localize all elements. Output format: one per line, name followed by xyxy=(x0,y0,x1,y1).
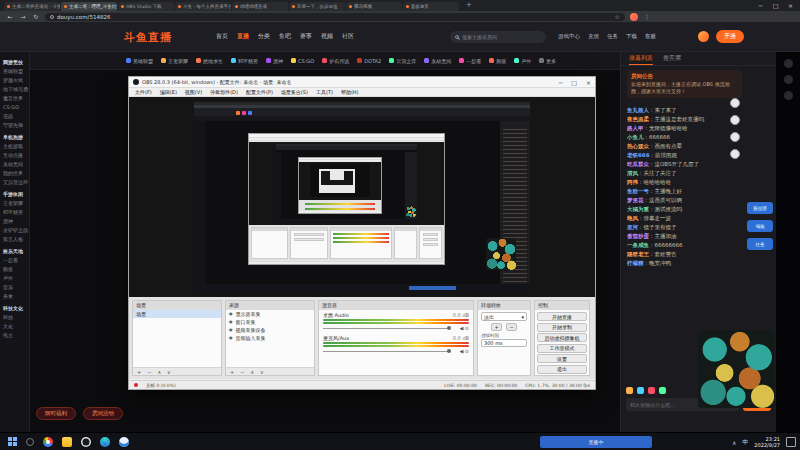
go-live-button[interactable]: 开播 xyxy=(716,30,744,43)
chat-username[interactable]: 晚风 xyxy=(627,215,638,221)
rank-avatar[interactable] xyxy=(730,149,740,159)
browser-tab[interactable]: 主播二哥：嘿嘿_斗鱼特别版 xyxy=(61,2,117,11)
nav-item[interactable]: 鱼吧 xyxy=(279,32,291,41)
obs-control-button[interactable]: 退出 xyxy=(537,365,587,374)
sidebar-item[interactable]: 娱乐天地 xyxy=(3,247,29,256)
sidebar-item[interactable]: 地下城与勇士 xyxy=(3,85,29,94)
browser-tab[interactable]: 腾讯视频 xyxy=(346,2,402,11)
taskbar-clock[interactable]: 23:21 2022/9/27 xyxy=(754,436,780,448)
sidebar-item[interactable]: 金铲铲之战 xyxy=(3,226,29,235)
site-info-icon[interactable] xyxy=(50,15,54,19)
sidebar-item[interactable]: 和平精英 xyxy=(3,208,29,217)
obs-menu-item[interactable]: 帮助(H) xyxy=(341,89,359,95)
sidebar-item[interactable]: 逆战 xyxy=(3,112,29,121)
remove-transition-button[interactable]: − xyxy=(506,323,517,331)
chat-username[interactable]: 梦里花 xyxy=(627,197,644,203)
activity-pill[interactable]: 任务 xyxy=(747,238,773,250)
chat-username[interactable]: 夜色温柔 xyxy=(627,116,649,122)
sidebar-item[interactable]: 美食 xyxy=(3,292,29,301)
visibility-eye-icon[interactable]: ● xyxy=(229,310,233,318)
scenes-tool-button[interactable]: + xyxy=(137,369,141,375)
floating-widget-icon[interactable] xyxy=(784,59,793,68)
source-row[interactable]: ● 音频输入采集 xyxy=(226,334,314,342)
sidebar-item[interactable]: 主机游戏 xyxy=(3,142,29,151)
obs-window-control[interactable]: ─ xyxy=(559,79,563,86)
window-control-button[interactable]: □ xyxy=(768,0,783,11)
bookmark-star-icon[interactable]: ☆ xyxy=(615,13,620,20)
input-language-indicator[interactable]: 中 xyxy=(742,438,748,447)
source-row[interactable]: ● 视频采集设备 xyxy=(226,326,314,334)
floating-widget-icon[interactable] xyxy=(784,75,793,84)
chat-username[interactable]: 热心观众 xyxy=(627,143,649,149)
speaker-icon[interactable]: ◀ ⊙ xyxy=(459,348,469,354)
speaker-icon[interactable]: ◀ ⊙ xyxy=(459,325,469,331)
sidebar-item[interactable]: 文化 xyxy=(3,322,29,331)
chat-username[interactable]: 吃瓜群众 xyxy=(627,161,649,167)
obs-preview-canvas[interactable] xyxy=(129,97,595,297)
sidebar-item[interactable]: 永劫无间 xyxy=(3,160,29,169)
scenes-tool-button[interactable]: ∧ xyxy=(157,369,161,375)
site-logo[interactable]: 斗鱼直播 xyxy=(124,30,172,45)
volume-slider[interactable]: ◀ ⊙ xyxy=(323,325,469,332)
browser-profile-avatar[interactable] xyxy=(630,13,638,21)
category-item[interactable]: 王者荣耀 xyxy=(161,58,188,64)
nav-item[interactable]: 直播 xyxy=(237,32,249,41)
slider-knob[interactable] xyxy=(447,349,451,353)
sidebar-item[interactable]: 手游休闲 xyxy=(3,190,29,199)
nav-item[interactable]: 视频 xyxy=(321,32,333,41)
start-button[interactable] xyxy=(0,437,24,446)
browser-tab[interactable]: 斗鱼 - 每个人的直播平台 xyxy=(175,2,231,11)
emote-icon[interactable] xyxy=(637,387,644,394)
obs-title-bar[interactable]: OBS 28.0.3 (64-bit, windows) - 配置文件: 未命名… xyxy=(129,77,595,88)
taskbar-search-icon[interactable] xyxy=(26,438,34,446)
browser-tab[interactable]: 哔哩哔哩直播 xyxy=(232,2,288,11)
notification-center-icon[interactable] xyxy=(786,437,796,447)
chat-username[interactable]: 小鱼儿 xyxy=(627,134,644,140)
tray-expand-icon[interactable]: ∧ xyxy=(732,439,736,446)
source-row[interactable]: ● 窗口采集 xyxy=(226,318,314,326)
duration-spinbox[interactable]: 300 ms xyxy=(481,339,527,347)
header-action[interactable]: 任务 xyxy=(607,33,618,40)
taskbar-app-icon[interactable] xyxy=(119,437,129,447)
obs-window-control[interactable]: □ xyxy=(571,79,577,86)
taskbar-app-icon[interactable] xyxy=(62,437,72,447)
chat-username[interactable]: 阿伟 xyxy=(627,179,638,185)
sidebar-item[interactable]: 科技 xyxy=(3,313,29,322)
sidebar-item[interactable]: 科技文化 xyxy=(3,304,29,313)
back-icon[interactable]: ← xyxy=(6,13,14,20)
chat-username[interactable]: 老铁666 xyxy=(627,152,649,158)
emote-icon[interactable] xyxy=(648,387,655,394)
chat-username[interactable]: 一条咸鱼 xyxy=(627,242,649,248)
sidebar-item[interactable]: 单机热游 xyxy=(3,133,29,142)
sidebar-item[interactable]: 英雄联盟 xyxy=(3,67,29,76)
promo-pill[interactable]: 限时福利 xyxy=(36,407,76,420)
sidebar-item[interactable]: 魔兽世界 xyxy=(3,94,29,103)
browser-tab[interactable]: 新标签页 xyxy=(403,2,459,11)
category-item[interactable]: 户外 xyxy=(514,58,531,64)
taskbar-active-widget[interactable]: 直播中 xyxy=(540,436,652,448)
rank-avatar[interactable] xyxy=(730,98,740,108)
category-item[interactable]: 云顶之弈 xyxy=(389,58,416,64)
sidebar-item[interactable]: 颜值 xyxy=(3,265,29,274)
category-item[interactable]: CS:GO xyxy=(291,58,314,64)
sidebar-item[interactable]: 音乐 xyxy=(3,283,29,292)
obs-menu-item[interactable]: 编辑(E) xyxy=(160,89,177,95)
chat-tab[interactable]: 弹幕列表 xyxy=(629,52,653,65)
sidebar-item[interactable]: 穿越火线 xyxy=(3,76,29,85)
nav-item[interactable]: 社区 xyxy=(342,32,354,41)
rank-avatar[interactable] xyxy=(730,115,740,125)
floating-widget-icon[interactable] xyxy=(784,91,793,100)
new-tab-button[interactable]: + xyxy=(466,1,472,9)
sidebar-item[interactable]: 网游竞技 xyxy=(3,58,29,67)
obs-control-button[interactable]: 工作室模式 xyxy=(537,344,587,353)
category-item[interactable]: 英雄联盟 xyxy=(126,58,153,64)
reload-icon[interactable]: ↻ xyxy=(32,13,40,20)
visibility-eye-icon[interactable]: ● xyxy=(229,318,233,326)
category-item[interactable]: 颜值 xyxy=(489,58,506,64)
user-avatar[interactable] xyxy=(698,31,709,42)
obs-control-button[interactable]: 设置 xyxy=(537,354,587,363)
address-bar[interactable]: douyu.com/514826 ☆ xyxy=(45,13,625,21)
chat-tab[interactable]: 贵宾席 xyxy=(663,52,681,65)
obs-menu-item[interactable]: 工具(T) xyxy=(316,89,333,95)
header-action[interactable]: 充值 xyxy=(588,33,599,40)
